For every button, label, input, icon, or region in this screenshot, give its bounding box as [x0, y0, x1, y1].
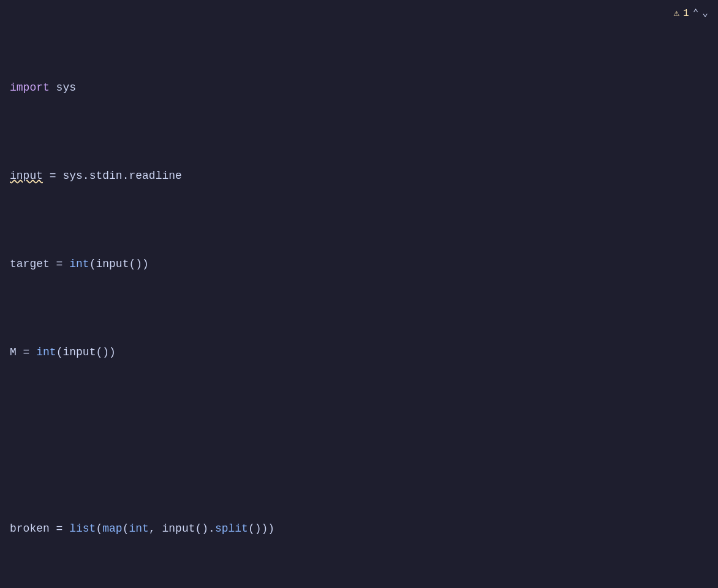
code-line-3: target = int(input()): [10, 255, 708, 273]
warning-icon: ⚠: [673, 6, 679, 22]
nav-up-icon[interactable]: ⌃: [693, 6, 699, 22]
code-line-4: M = int(input()): [10, 344, 708, 361]
nav-down-icon[interactable]: ⌄: [702, 6, 708, 22]
var-input: input: [10, 170, 43, 182]
code-line-5: [10, 432, 708, 450]
warning-bar: ⚠ 1 ⌃ ⌄: [673, 6, 708, 22]
code-line-1: import sys: [10, 79, 708, 97]
warning-count: 1: [683, 6, 689, 22]
code-line-2: input = sys.stdin.readline: [10, 167, 708, 185]
code-editor[interactable]: ⚠ 1 ⌃ ⌄ import sys input = sys.stdin.rea…: [0, 0, 718, 588]
keyword-import: import: [10, 81, 50, 94]
code-line-6: broken = list(map(int, input().split())): [10, 520, 708, 538]
code-content: import sys input = sys.stdin.readline ta…: [10, 6, 708, 588]
